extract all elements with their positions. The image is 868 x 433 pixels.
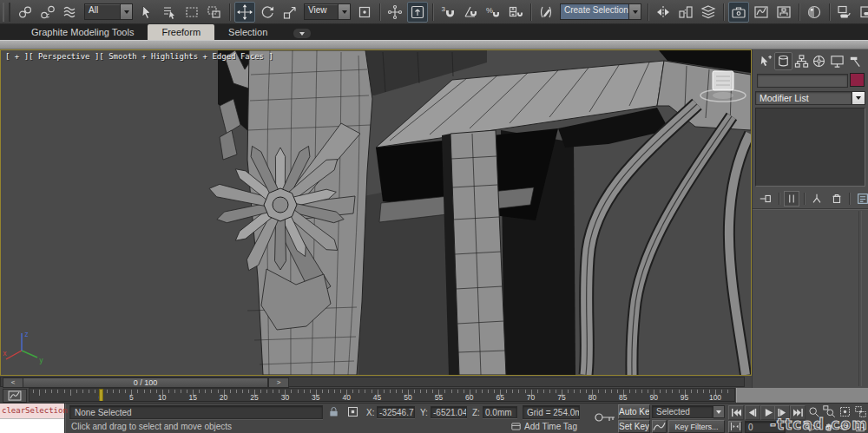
graphite-modeling-tools-toggle-icon[interactable] bbox=[728, 2, 749, 23]
trackbar-ruler[interactable]: 0510152025303540455055606570758085909510… bbox=[29, 388, 735, 402]
angle-snap-toggle-icon[interactable] bbox=[460, 2, 481, 23]
bind-to-space-warp-icon[interactable] bbox=[60, 2, 81, 23]
modifier-stack-list[interactable] bbox=[755, 108, 865, 187]
x-coordinate-field[interactable]: -32546.77 bbox=[377, 406, 415, 418]
default-tangent-button[interactable] bbox=[652, 420, 667, 433]
main-toolbar: All View 3 % Create Selection Se bbox=[0, 0, 868, 24]
named-selection-sets-dropdown[interactable]: Create Selection Se bbox=[560, 3, 641, 20]
ribbon-tab-bar: Graphite Modeling Tools Freeform Selecti… bbox=[0, 24, 868, 40]
selected-set-dropdown[interactable]: Selected bbox=[652, 405, 725, 418]
select-by-name-icon[interactable] bbox=[159, 2, 180, 23]
time-slider-prev-button[interactable]: < bbox=[3, 377, 23, 388]
tab-graphite-modeling-tools[interactable]: Graphite Modeling Tools bbox=[17, 24, 148, 40]
selection-lock-toggle[interactable] bbox=[326, 405, 340, 417]
rendered-frame-window-icon[interactable] bbox=[857, 2, 868, 23]
maxscript-mini-listener[interactable]: clearSelection bbox=[0, 403, 65, 433]
absolute-mode-toggle[interactable] bbox=[345, 405, 359, 417]
mirror-icon[interactable] bbox=[653, 2, 674, 23]
set-key-button[interactable]: Set Key bbox=[618, 420, 650, 433]
listener-line[interactable] bbox=[0, 419, 64, 433]
toolbar-separator bbox=[723, 3, 724, 21]
configure-modifier-sets-icon[interactable] bbox=[854, 191, 868, 207]
pin-stack-icon[interactable] bbox=[758, 191, 774, 207]
3ds-max-window: All View 3 % Create Selection Se bbox=[0, 0, 868, 433]
chevron-down-icon bbox=[120, 4, 132, 19]
show-end-result-icon[interactable] bbox=[784, 191, 800, 207]
curve-editor-icon[interactable] bbox=[751, 2, 772, 23]
prompt-line: Click and drag to select and move object… bbox=[71, 422, 232, 431]
select-and-rotate-icon[interactable] bbox=[257, 2, 278, 23]
rollout-scroll-gutter[interactable] bbox=[858, 211, 859, 386]
spinner-snap-toggle-icon[interactable] bbox=[505, 2, 526, 23]
watermark: -ttcad.com bbox=[770, 416, 868, 433]
macro-recorder-line[interactable]: clearSelection bbox=[0, 403, 64, 419]
material-editor-icon[interactable] bbox=[804, 2, 825, 23]
ribbon-minimized-strip bbox=[0, 40, 868, 49]
viewport-canvas[interactable]: x y z bbox=[1, 50, 751, 375]
key-mode-toggle[interactable] bbox=[728, 421, 742, 433]
select-and-uniform-scale-icon[interactable] bbox=[279, 2, 300, 23]
y-coordinate-label: Y: bbox=[420, 408, 428, 417]
tab-freeform[interactable]: Freeform bbox=[148, 24, 214, 40]
make-unique-icon[interactable] bbox=[809, 191, 825, 207]
display-tab-icon[interactable] bbox=[828, 52, 846, 70]
command-panel-tabs bbox=[753, 49, 868, 72]
align-icon[interactable] bbox=[675, 2, 696, 23]
ribbon-minimize-button[interactable] bbox=[293, 29, 311, 38]
key-filters-button[interactable]: Key Filters... bbox=[668, 420, 725, 433]
selection-filter-dropdown[interactable]: All bbox=[84, 3, 133, 20]
edit-named-selection-sets-icon[interactable] bbox=[536, 2, 556, 23]
modifier-list-dropdown[interactable]: Modifier List bbox=[755, 91, 865, 105]
svg-text:z: z bbox=[24, 331, 29, 338]
toolbar-grip[interactable] bbox=[3, 3, 10, 22]
object-color-swatch[interactable] bbox=[850, 73, 865, 87]
add-time-tag[interactable]: Add Time Tag bbox=[524, 422, 577, 431]
time-marker[interactable] bbox=[99, 389, 103, 402]
schematic-view-icon[interactable] bbox=[773, 2, 794, 23]
selection-filter-value: All bbox=[85, 4, 120, 19]
hierarchy-tab-icon[interactable] bbox=[792, 52, 811, 70]
time-slider-grip[interactable]: 0 / 100 bbox=[23, 377, 268, 388]
chevron-down-icon bbox=[713, 405, 725, 418]
unlink-selection-icon[interactable] bbox=[37, 2, 58, 23]
x-coordinate-label: X: bbox=[366, 408, 374, 417]
select-and-manipulate-icon[interactable] bbox=[385, 2, 405, 23]
chevron-down-icon bbox=[338, 4, 350, 19]
toolbar-separator bbox=[379, 3, 380, 21]
render-setup-icon[interactable] bbox=[834, 2, 855, 23]
z-coordinate-field[interactable]: 0.0mm bbox=[483, 406, 517, 418]
layer-manager-icon[interactable] bbox=[698, 2, 719, 23]
use-pivot-point-center-icon[interactable] bbox=[354, 2, 375, 23]
modify-tab-icon[interactable] bbox=[774, 52, 792, 70]
select-object-icon[interactable] bbox=[136, 2, 157, 23]
rectangular-selection-region-icon[interactable] bbox=[181, 2, 202, 23]
time-slider-next-button[interactable]: > bbox=[268, 377, 289, 388]
snaps-toggle-icon[interactable]: 3 bbox=[437, 2, 458, 23]
previous-frame-button[interactable] bbox=[745, 405, 760, 420]
create-tab-icon[interactable] bbox=[756, 52, 774, 70]
time-slider-track[interactable]: < 0 / 100 > bbox=[0, 377, 745, 387]
object-name-field[interactable] bbox=[757, 74, 848, 88]
viewport-label[interactable]: [ + ][ Perspective ][ Smooth + Highlight… bbox=[5, 52, 273, 61]
named-selection-sets-value: Create Selection Se bbox=[561, 4, 628, 19]
open-mini-curve-editor-button[interactable] bbox=[3, 389, 27, 403]
keyboard-shortcut-override-icon[interactable] bbox=[407, 2, 428, 23]
auto-key-button[interactable]: Auto Key bbox=[618, 404, 650, 419]
reference-coordinate-system-dropdown[interactable]: View bbox=[304, 3, 351, 20]
chevron-down-icon bbox=[628, 4, 641, 19]
toolbar-separator bbox=[229, 3, 230, 21]
tab-selection[interactable]: Selection bbox=[214, 24, 281, 40]
select-and-move-icon[interactable] bbox=[234, 2, 255, 23]
utilities-tab-icon[interactable] bbox=[846, 52, 865, 70]
toolbar-separator bbox=[799, 3, 799, 21]
viewport[interactable]: x y z [ + ][ Perspective ][ Smooth + Hig… bbox=[0, 49, 752, 376]
set-key-icon[interactable] bbox=[594, 406, 616, 429]
y-coordinate-field[interactable]: -6521.046 bbox=[431, 406, 467, 418]
go-to-start-button[interactable] bbox=[728, 405, 744, 420]
percent-snap-toggle-icon[interactable]: % bbox=[483, 2, 503, 23]
window-crossing-icon[interactable] bbox=[204, 2, 225, 23]
remove-modifier-icon[interactable] bbox=[829, 191, 845, 207]
toolbar-separator bbox=[829, 3, 830, 21]
motion-tab-icon[interactable] bbox=[810, 52, 828, 70]
select-and-link-icon[interactable] bbox=[15, 2, 36, 23]
